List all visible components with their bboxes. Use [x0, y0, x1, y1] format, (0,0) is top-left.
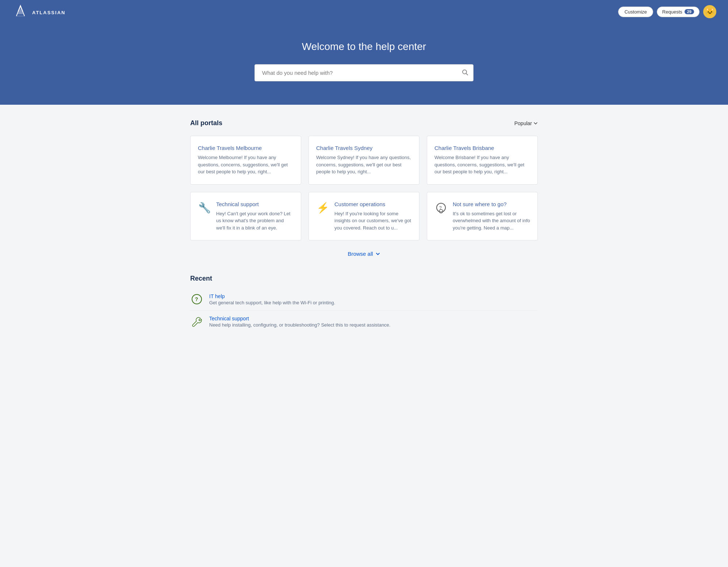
portal-card-desc: Welcome Brisbane! If you have any questi… — [434, 154, 530, 176]
avatar-emoji: 🐱 — [705, 7, 714, 16]
recent-item-text: IT help Get general tech support, like h… — [209, 293, 335, 305]
wrench-icon: 🔧 — [198, 202, 211, 214]
svg-text:?: ? — [439, 205, 442, 211]
portal-card-title: Charlie Travels Melbourne — [198, 145, 294, 151]
recent-item-title: IT help — [209, 293, 335, 299]
customize-button[interactable]: Customize — [618, 7, 653, 17]
portal-card-not-sure[interactable]: ? Not sure where to go? It's ok to somet… — [427, 192, 538, 241]
portal-card-text: Not sure where to go? It's ok to sometim… — [453, 201, 530, 232]
portal-card-inner: 🔧 Technical support Hey! Can't get your … — [198, 201, 294, 232]
logo-text: ATLASSIAN — [32, 10, 65, 15]
recent-item-text: Technical support Need help installing, … — [209, 316, 390, 328]
header-actions: Customize Requests 29 🐱 — [618, 5, 716, 18]
portal-card-tech-support[interactable]: 🔧 Technical support Hey! Can't get your … — [190, 192, 301, 241]
portal-card-desc: Welcome Sydney! If you have any question… — [316, 154, 412, 176]
avatar[interactable]: 🐱 — [703, 5, 716, 18]
requests-badge: 29 — [685, 9, 694, 14]
portal-card-brisbane[interactable]: Charlie Travels Brisbane Welcome Brisban… — [427, 136, 538, 185]
portal-card-sydney[interactable]: Charlie Travels Sydney Welcome Sydney! I… — [309, 136, 419, 185]
question-circle-icon: ? — [191, 293, 203, 305]
requests-button[interactable]: Requests 29 — [657, 7, 700, 17]
portal-card-melbourne[interactable]: Charlie Travels Melbourne Welcome Melbou… — [190, 136, 301, 185]
recent-item-desc: Need help installing, configuring, or tr… — [209, 322, 390, 328]
recent-item-desc: Get general tech support, like help with… — [209, 300, 335, 305]
portal-grid: Charlie Travels Melbourne Welcome Melbou… — [190, 136, 538, 240]
tech-support-icon — [190, 315, 203, 328]
header: ATLASSIAN Customize Requests 29 🐱 — [0, 0, 728, 23]
portal-card-text: Customer operations Hey! If you're looki… — [334, 201, 412, 232]
portal-card-desc: It's ok to sometimes get lost or overwhe… — [453, 210, 530, 232]
search-button[interactable] — [462, 69, 468, 77]
portals-section-header: All portals Popular — [190, 119, 538, 127]
portal-card-title: Charlie Travels Sydney — [316, 145, 412, 151]
recent-section-title: Recent — [190, 275, 538, 282]
recent-item-it-help[interactable]: ? IT help Get general tech support, like… — [190, 288, 538, 310]
it-help-icon: ? — [190, 293, 203, 306]
logo-area: ATLASSIAN — [12, 3, 65, 20]
svg-line-1 — [466, 73, 468, 75]
search-bar-wrap — [254, 64, 474, 81]
svg-text:?: ? — [195, 296, 198, 302]
question-icon: ? — [434, 202, 448, 215]
browse-all-button[interactable]: Browse all — [348, 251, 380, 257]
portal-card-desc: Welcome Melbourne! If you have any quest… — [198, 154, 294, 176]
portal-card-title: Charlie Travels Brisbane — [434, 145, 530, 151]
speech-bubble-question-icon: ? — [434, 202, 448, 215]
recent-item-tech-support[interactable]: Technical support Need help installing, … — [190, 310, 538, 332]
portal-card-title: Technical support — [216, 201, 294, 207]
chevron-down-icon — [533, 121, 538, 126]
hero-section: Welcome to the help center — [0, 23, 728, 105]
search-icon — [462, 69, 468, 76]
portal-card-title: Customer operations — [334, 201, 412, 207]
search-input[interactable] — [254, 64, 474, 81]
portal-card-customer-ops[interactable]: ⚡ Customer operations Hey! If you're loo… — [309, 192, 419, 241]
main-content: All portals Popular Charlie Travels Melb… — [181, 105, 547, 347]
portal-card-desc: Hey! If you're looking for some insights… — [334, 210, 412, 232]
portal-card-title: Not sure where to go? — [453, 201, 530, 207]
chevron-down-icon — [375, 251, 380, 256]
requests-label: Requests — [662, 9, 682, 15]
bolt-icon: ⚡ — [316, 202, 329, 214]
portal-card-text: Technical support Hey! Can't get your wo… — [216, 201, 294, 232]
recent-section: Recent ? IT help Get general tech suppor… — [190, 275, 538, 332]
portal-card-inner: ⚡ Customer operations Hey! If you're loo… — [316, 201, 412, 232]
atlassian-logo — [12, 3, 29, 20]
browse-all-label: Browse all — [348, 251, 373, 257]
sort-label: Popular — [514, 120, 532, 126]
wrench-icon — [191, 316, 202, 327]
portal-card-inner: ? Not sure where to go? It's ok to somet… — [434, 201, 530, 232]
browse-all-wrap: Browse all — [190, 251, 538, 257]
sort-dropdown[interactable]: Popular — [514, 120, 538, 126]
recent-item-title: Technical support — [209, 316, 390, 321]
hero-title: Welcome to the help center — [12, 41, 716, 53]
portal-card-desc: Hey! Can't get your work done? Let us kn… — [216, 210, 294, 232]
portals-section-title: All portals — [190, 119, 222, 127]
